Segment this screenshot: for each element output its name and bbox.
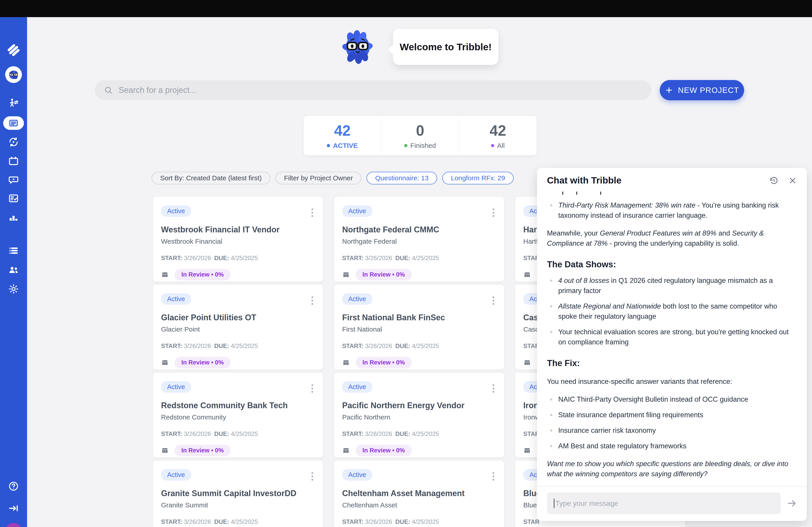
send-icon[interactable] — [786, 498, 798, 509]
table-icon — [161, 359, 169, 366]
welcome-bubble: Welcome to Tribble! — [393, 29, 498, 65]
help-icon[interactable] — [8, 480, 19, 492]
start-date: 3/26/2026 — [184, 518, 211, 525]
kebab-menu-icon[interactable] — [307, 470, 317, 483]
kebab-menu-icon[interactable] — [488, 294, 498, 307]
project-card[interactable]: Active Pacific Northern Energy Vendor Pa… — [334, 372, 504, 457]
project-title: Granite Summit Capital InvestorDD — [161, 489, 315, 498]
chat-input[interactable]: Type your message — [547, 493, 781, 514]
sidebar-item-settings[interactable] — [8, 283, 19, 295]
project-subtitle: First National — [342, 326, 496, 333]
start-label: START: — [342, 343, 363, 349]
bullet-dot — [550, 414, 552, 416]
stat-all-dot — [491, 144, 494, 147]
new-project-button[interactable]: NEW PROJECT — [660, 80, 744, 100]
project-subtitle: Redstone Community — [161, 413, 315, 421]
chat-bullet-item: Your technical evaluation scores are str… — [547, 327, 797, 347]
project-title: Glacier Point Utilities OT — [161, 313, 315, 322]
tribble-logo-icon[interactable] — [6, 43, 21, 58]
chat-text-segment: AM Best and state regulatory frameworks — [558, 442, 686, 450]
project-card[interactable]: Active Cheltenham Asset Management Chelt… — [334, 460, 504, 527]
chat-bullet-item: 4 out of 8 losses in Q1 2026 cited regul… — [547, 275, 797, 296]
chat-paragraph: Meanwhile, your General Product Features… — [547, 228, 797, 249]
sidebar-item-team[interactable] — [8, 264, 19, 276]
stat-all-value: 42 — [490, 122, 506, 139]
start-label: START: — [342, 431, 363, 437]
project-dates: START: 3/26/2026 DUE: 4/25/2025 — [342, 343, 496, 350]
stat-finished-value: 0 — [416, 122, 424, 139]
search-input[interactable] — [119, 86, 615, 95]
progress-pill: In Review • 0% — [356, 357, 412, 368]
new-project-label: NEW PROJECT — [678, 86, 739, 95]
kebab-menu-icon[interactable] — [307, 206, 317, 219]
close-icon[interactable] — [788, 176, 797, 185]
history-icon[interactable] — [769, 176, 779, 185]
due-label: DUE: — [214, 518, 229, 525]
bullet-dot — [550, 398, 552, 401]
kebab-menu-icon[interactable] — [488, 382, 498, 395]
status-badge: Active — [161, 205, 191, 217]
project-dates: START: 3/26/2026 DUE: 4/25/2025 — [161, 343, 315, 350]
chat-text-segment: Meanwhile, your — [547, 229, 600, 237]
project-card[interactable]: Active Redstone Community Bank Tech Reds… — [153, 372, 323, 457]
stat-finished-label: Finished — [410, 142, 436, 149]
chat-bullet-item: NAIC Third-Party Oversight Bulletin inst… — [547, 394, 797, 404]
project-card[interactable]: Active Northgate Federal CMMC Northgate … — [334, 197, 504, 282]
project-card[interactable]: Active Granite Summit Capital InvestorDD… — [153, 460, 323, 527]
sidebar-item-calendar[interactable] — [8, 155, 19, 167]
stat-active[interactable]: 42 ACTIVE — [304, 116, 381, 155]
due-date: 4/25/2025 — [412, 255, 439, 261]
project-title: Northgate Federal CMMC — [342, 225, 496, 235]
table-icon — [523, 359, 531, 366]
table-icon — [523, 271, 531, 278]
status-badge: Active — [342, 469, 372, 481]
project-card[interactable]: Active Westbrook Financial IT Vendor Wes… — [153, 197, 323, 282]
project-card[interactable]: Active Glacier Point Utilities OT Glacie… — [153, 284, 323, 370]
start-label: START: — [161, 343, 182, 349]
due-date: 4/25/2025 — [231, 518, 258, 525]
bullet-dot — [550, 445, 552, 447]
search-bar[interactable] — [95, 80, 651, 100]
project-card[interactable]: Active First National Bank FinSec First … — [334, 284, 504, 370]
due-label: DUE: — [395, 343, 410, 349]
stat-finished[interactable]: 0 Finished — [381, 116, 459, 155]
sidebar-item-queue[interactable] — [8, 245, 19, 257]
bullet-dot — [550, 331, 552, 333]
project-dates: START: 3/26/2026 DUE: 4/25/2025 — [342, 431, 496, 437]
chat-text-segment: - proving the underlying capability is s… — [608, 239, 739, 247]
chat-text-segment: and — [716, 229, 732, 237]
kebab-menu-icon[interactable] — [488, 470, 498, 483]
start-date: 3/26/2026 — [365, 255, 392, 261]
sidebar-item-chat[interactable] — [8, 174, 19, 185]
chat-text-segment: The Fix: — [547, 358, 580, 368]
sidebar-item-projects[interactable] — [3, 116, 24, 130]
sidebar-item-sync[interactable] — [8, 136, 19, 148]
sort-by-chip[interactable]: Sort By: Created Date (latest first) — [151, 172, 270, 184]
collapse-icon[interactable] — [8, 502, 19, 514]
chat-text-segment: 4 out of 8 losses — [558, 276, 609, 284]
assistant-avatar-icon[interactable] — [5, 66, 22, 83]
longform-rfx-chip[interactable]: Longform RFx: 29 — [442, 172, 513, 184]
filter-owner-chip[interactable]: Filter by Project Owner — [275, 172, 361, 184]
kebab-menu-icon[interactable] — [307, 382, 317, 395]
sidebar-item-analytics[interactable] — [8, 212, 19, 223]
questionnaire-chip[interactable]: Questionnaire: 13 — [366, 172, 437, 184]
project-title: Pacific Northern Energy Vendor — [342, 401, 496, 410]
stat-all[interactable]: 42 All — [459, 116, 537, 155]
stat-finished-dot — [404, 144, 407, 147]
chat-messages[interactable]: Third-Party Risk Management: 38% win rat… — [537, 190, 807, 486]
table-icon — [523, 447, 531, 454]
progress-pill: In Review • 0% — [175, 357, 231, 368]
project-subtitle: Northgate Federal — [342, 238, 496, 245]
chat-bullet-item: Allstate Regional and Nationwide both lo… — [547, 301, 797, 321]
sidebar-item-agent-transfer[interactable] — [8, 97, 19, 109]
chat-heading: The Fix: — [547, 358, 797, 369]
user-avatar[interactable]: TK — [5, 523, 21, 527]
kebab-menu-icon[interactable] — [307, 294, 317, 307]
kebab-menu-icon[interactable] — [488, 206, 498, 219]
filter-chips: Sort By: Created Date (latest first) Fil… — [151, 172, 513, 184]
status-badge: Active — [161, 469, 191, 481]
chat-panel: Chat with Tribble Third-Party Risk Manag… — [537, 168, 807, 521]
sidebar-item-tasks[interactable] — [8, 193, 19, 204]
status-badge: Active — [161, 293, 191, 305]
